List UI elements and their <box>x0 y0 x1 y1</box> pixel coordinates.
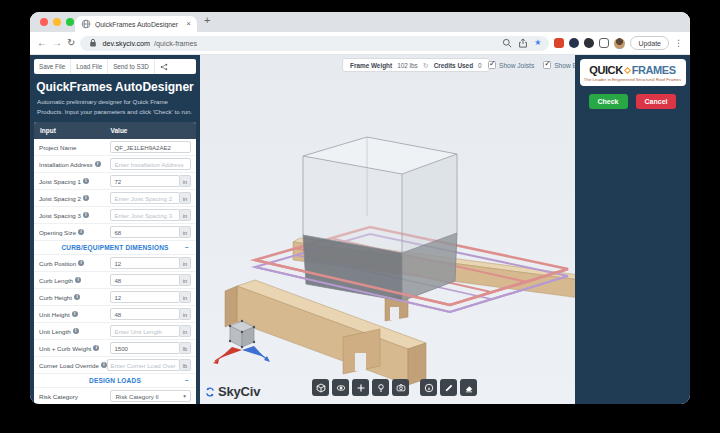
extension-dark-icon[interactable] <box>584 38 594 48</box>
info-icon[interactable]: i <box>83 212 89 218</box>
extension-frame-icon[interactable] <box>599 38 609 48</box>
browser-tab[interactable]: QuickFrames AutoDesigner × <box>75 16 197 32</box>
info-icon[interactable]: i <box>83 195 89 201</box>
unit-addon: in <box>180 325 191 337</box>
cube-button[interactable] <box>312 379 329 396</box>
checkbox[interactable]: ✓ <box>543 61 551 69</box>
cancel-button[interactable]: Cancel <box>636 94 677 109</box>
field-label: Joist Spacing 1i <box>39 178 110 185</box>
field-select[interactable]: Risk Category II▾ <box>110 390 191 402</box>
skyciv-logo: SkyCiv <box>205 384 260 399</box>
panel-buttons: Check Cancel <box>575 94 690 109</box>
unit-addon: in <box>180 291 191 303</box>
check-button[interactable]: Check <box>589 94 628 109</box>
frame-weight-value: 102 lbs <box>397 62 418 69</box>
collapse-icon[interactable]: − <box>185 377 189 384</box>
field-input[interactable]: Enter Corner Load Over <box>107 359 180 371</box>
unit-addon: in <box>180 257 191 269</box>
info-icon[interactable]: i <box>74 294 80 300</box>
select-value: Risk Category II <box>115 393 158 400</box>
kebab-menu-icon[interactable]: ⋮ <box>674 38 683 48</box>
field-input[interactable]: 72 <box>110 175 179 187</box>
view-toggle[interactable]: ✓Show Joists <box>488 61 534 69</box>
field-label-text: Risk Category <box>39 393 78 400</box>
field-input[interactable]: QF_JE1LEH9A2AE2 <box>110 141 191 153</box>
field-control: Risk Category II▾ <box>110 390 191 402</box>
eye-button[interactable] <box>332 379 349 396</box>
skyciv-icon <box>205 387 215 397</box>
eraser-icon <box>464 383 474 393</box>
share-nodes-icon[interactable] <box>155 61 173 73</box>
frame-weight-label: Frame Weight <box>350 62 392 69</box>
info-button[interactable] <box>420 379 437 396</box>
unit-addon: lb <box>180 359 191 371</box>
cube-icon <box>316 383 326 393</box>
info-icon[interactable]: i <box>78 260 84 266</box>
address-bar[interactable]: dev.skyciv.com /quick-frames ★ <box>80 36 549 51</box>
field-input[interactable]: 48 <box>110 274 179 286</box>
close-window-button[interactable] <box>40 18 48 26</box>
info-icon[interactable]: i <box>78 229 84 235</box>
field-input[interactable]: Enter Joist Spacing 3 <box>110 209 179 221</box>
fullscreen-window-button[interactable] <box>66 18 74 26</box>
input-row: Joist Spacing 1i72in <box>34 173 196 190</box>
eraser-button[interactable] <box>460 379 477 396</box>
field-control: 12in <box>110 291 191 303</box>
info-icon[interactable]: i <box>93 345 99 351</box>
input-row: Unit LengthiEnter Unit Lengthin <box>34 323 196 340</box>
pencil-button[interactable] <box>440 379 457 396</box>
input-row: Risk CategoryRisk Category II▾ <box>34 388 196 404</box>
extension-navy-icon[interactable] <box>569 38 579 48</box>
view-toggle[interactable]: ✓Show Equipment <box>543 61 575 69</box>
section-header[interactable]: CURB/EQUIPMENT DIMENSIONS− <box>34 241 196 255</box>
sidebar-toolbar-button[interactable]: Send to S3D <box>108 59 155 74</box>
share-icon[interactable] <box>518 38 528 48</box>
tab-close-icon[interactable]: × <box>186 20 191 28</box>
field-input[interactable]: 68 <box>110 226 179 238</box>
back-icon[interactable]: ← <box>37 38 47 48</box>
extension-red-icon[interactable] <box>554 38 564 48</box>
browser-toolbar: ← → ↻ dev.skyciv.com /quick-frames ★ <box>30 32 690 55</box>
refresh-icon[interactable]: ↻ <box>67 38 75 48</box>
unit-addon: lb <box>180 342 191 354</box>
info-icon[interactable]: i <box>95 161 101 167</box>
stats-pill: Frame Weight 102 lbs ↻ Credits Used 0 <box>342 58 490 72</box>
field-input[interactable]: Enter Installation Address <box>110 158 191 170</box>
collapse-icon[interactable]: − <box>185 244 189 251</box>
field-input[interactable]: Enter Joist Spacing 2 <box>110 192 179 204</box>
field-label: Curb Positioni <box>39 260 110 267</box>
minimize-window-button[interactable] <box>53 18 61 26</box>
camera-button[interactable] <box>392 379 409 396</box>
field-input[interactable]: 1500 <box>110 342 179 354</box>
field-input[interactable]: 12 <box>110 291 179 303</box>
field-input[interactable]: 48 <box>110 308 179 320</box>
info-icon[interactable]: i <box>72 311 78 317</box>
section-header[interactable]: DESIGN LOADS− <box>34 374 196 388</box>
input-row: Curb Heighti12in <box>34 289 196 306</box>
info-icon[interactable]: i <box>83 178 89 184</box>
update-button[interactable]: Update <box>630 36 669 50</box>
toggle-label: Show Equipment <box>554 62 575 69</box>
axis-gizmo[interactable] <box>212 318 272 370</box>
checkbox[interactable]: ✓ <box>488 61 496 69</box>
plus-button[interactable] <box>352 379 369 396</box>
field-control: Enter Joist Spacing 3in <box>110 209 191 221</box>
sidebar-toolbar-button[interactable]: Load File <box>71 59 108 74</box>
search-icon[interactable] <box>502 38 512 48</box>
bulb-button[interactable] <box>372 379 389 396</box>
plus-icon <box>356 383 366 393</box>
reload-icon[interactable]: ↻ <box>423 62 429 69</box>
new-tab-button[interactable]: + <box>204 14 210 26</box>
quickframes-logo-card: QUICK FRAMES The Leader in Engineered St… <box>580 59 686 86</box>
bookmark-star-icon[interactable]: ★ <box>534 39 541 47</box>
field-input[interactable]: Enter Unit Length <box>110 325 179 337</box>
info-icon[interactable]: i <box>75 277 81 283</box>
forward-icon[interactable]: → <box>52 38 62 48</box>
chevron-down-icon: ▾ <box>183 393 186 399</box>
field-input[interactable]: 12 <box>110 257 179 269</box>
profile-avatar[interactable] <box>614 38 625 49</box>
info-icon[interactable]: i <box>73 328 79 334</box>
sidebar-toolbar-button[interactable]: Save File <box>34 59 71 74</box>
field-label: Risk Category <box>39 393 110 400</box>
field-label: Project Name <box>39 144 110 151</box>
